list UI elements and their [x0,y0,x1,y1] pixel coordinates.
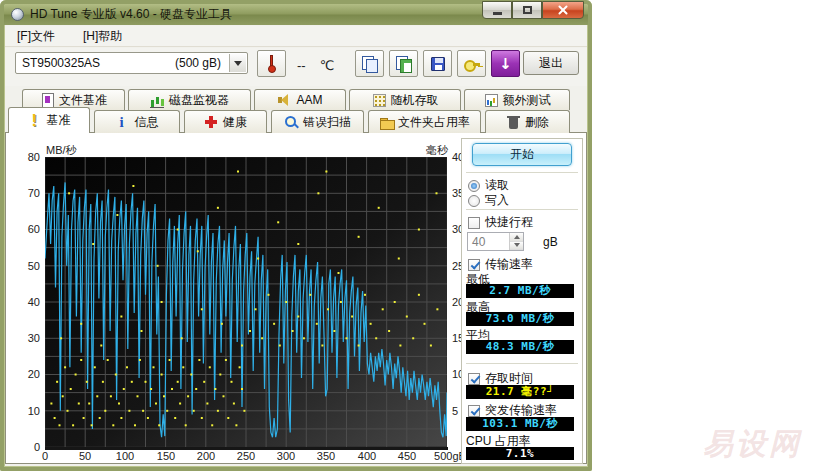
y-tick: 30 [14,332,40,344]
app-window: HD Tune 专业版 v4.60 - 硬盘专业工具 [F]文件 [H]帮助 S… [0,0,592,471]
separator [466,209,578,210]
update-button[interactable] [491,50,520,77]
save-button[interactable] [423,50,452,77]
exit-button[interactable]: 退出 [523,51,579,75]
y-tick: 60 [14,223,40,235]
y-tick: 70 [14,187,40,199]
menu-file[interactable]: [F]文件 [17,28,55,45]
temperature-readout: -- ℃ [297,58,334,73]
stepper-up-button[interactable] [510,233,523,242]
y-tick: 10 [14,405,40,417]
magnifier-icon [284,115,299,130]
min-value-display: 2.7 MB/秒 [466,284,574,298]
x-tick: 250 [224,450,268,462]
chevron-up-icon [514,235,520,239]
tab-health[interactable]: 健康 [184,110,267,133]
short-stroke-label: 快捷行程 [485,214,533,231]
checkbox-checked-icon [468,373,480,385]
options-button[interactable] [457,50,486,77]
speaker-icon [277,93,292,108]
chevron-down-icon [514,243,520,247]
extra-tests-icon [484,93,499,108]
max-value-display: 73.0 MB/秒 [466,312,574,326]
left-axis-title: MB/秒 [46,143,77,158]
stepper-down-button[interactable] [510,242,523,251]
copy-image-button[interactable] [389,50,418,77]
cpu-usage-display: 7.1% [466,447,574,460]
y-tick: 80 [14,151,40,163]
y-tick: 20 [14,368,40,380]
radio-selected-icon [468,180,480,192]
minimize-button[interactable] [482,1,512,19]
x-tick: 0 [23,450,67,462]
tab-label: 文件夹占用率 [398,114,470,131]
chevron-down-icon [234,61,242,66]
x-tick: 100 [103,450,147,462]
tab-disk-monitor[interactable]: 磁盘监视器 [128,89,251,110]
start-button[interactable]: 开始 [472,143,572,166]
menu-help[interactable]: [H]帮助 [83,28,122,45]
save-icon [431,57,445,71]
disk-monitor-icon [150,93,165,108]
drive-name: ST9500325AS [22,56,100,70]
tab-random-access[interactable]: 随机存取 [349,89,461,110]
trash-icon [506,115,521,130]
maximize-icon [523,6,532,14]
menu-bar: [F]文件 [H]帮助 [5,26,587,47]
y-tick: 50 [14,260,40,272]
tab-benchmark[interactable]: 基准 [8,107,90,133]
close-button[interactable] [542,1,584,19]
copy-text-button[interactable] [355,50,384,77]
tab-folder-usage[interactable]: 文件夹占用率 [368,110,481,133]
thermometer-icon [267,55,276,73]
start-label: 开始 [510,146,534,163]
x-tick: 50 [63,450,107,462]
y2-tick: 5 [452,405,458,417]
tab-info[interactable]: 信息 [94,110,180,133]
tab-extra-tests[interactable]: 额外测试 [464,89,570,110]
tab-label: 基准 [47,112,71,129]
random-access-icon [372,93,387,108]
minimize-icon [493,12,502,15]
burst-rate-display: 103.1 MB/秒 [466,417,574,431]
temperature-button[interactable] [257,50,286,77]
radio-unselected-icon [468,195,480,207]
dropdown-arrow-button[interactable] [229,54,246,72]
right-axis-title: 毫秒 [410,143,448,158]
watermark: 易设网 [703,424,802,465]
benchmark-icon [28,113,43,128]
tab-label: 文件基准 [59,92,107,109]
folder-icon [379,115,394,130]
tab-erase[interactable]: 删除 [485,110,570,133]
radio-write[interactable]: 写入 [468,192,509,209]
file-benchmark-icon [40,93,55,108]
close-icon [557,4,569,16]
health-cross-icon [204,115,219,130]
x-tick: 200 [184,450,228,462]
app-icon [11,8,24,21]
tab-label: 随机存取 [391,92,439,109]
short-stroke-value: 40 [472,235,485,249]
stepper-buttons [509,233,523,250]
separator [466,363,578,364]
checkbox-short-stroke[interactable]: 快捷行程 [468,214,533,231]
down-arrow-icon [499,55,512,73]
short-stroke-stepper[interactable]: 40 [467,232,524,251]
tab-error-scan[interactable]: 错误扫描 [271,110,364,133]
copy-image-icon [396,56,411,71]
tab-label: 信息 [135,114,159,131]
window-title: HD Tune 专业版 v4.60 - 硬盘专业工具 [30,6,232,23]
screenshot-stage: HD Tune 专业版 v4.60 - 硬盘专业工具 [F]文件 [H]帮助 S… [0,0,819,473]
tab-label: 删除 [525,114,549,131]
capacity-unit: gB [543,235,558,249]
info-icon [116,115,131,130]
checkbox-unchecked-icon [468,217,480,229]
tab-aam[interactable]: AAM [254,89,346,110]
maximize-button[interactable] [512,1,542,19]
radio-write-label: 写入 [485,192,509,209]
drive-capacity: (500 gB) [175,56,221,70]
drive-select-dropdown[interactable]: ST9500325AS (500 gB) [15,52,248,74]
tab-label: AAM [296,93,322,107]
benchmark-chart [45,157,447,447]
window-controls [482,1,584,19]
